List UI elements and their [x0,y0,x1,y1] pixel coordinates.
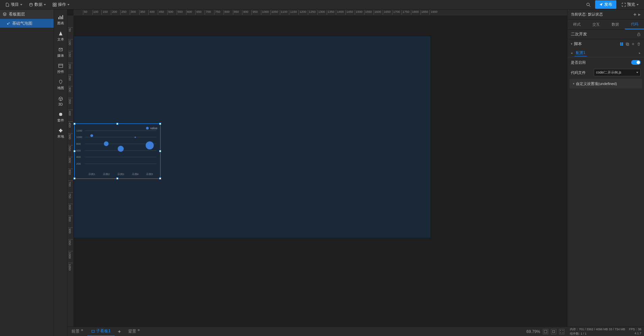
tool-label: 文本 [57,37,64,42]
chart-icon [58,14,64,20]
tool-label: 3D [58,103,63,106]
comp-value: 1 / 1 [581,332,587,335]
tool-local[interactable]: 本地 [55,125,67,141]
file-icon [5,3,9,7]
tool-media[interactable]: 媒体 [55,45,67,60]
preview-button[interactable]: 预览 [619,0,641,9]
chevron-right-icon[interactable]: ▸ [639,51,641,55]
secondary-dev-header: 二次开发 [567,30,644,39]
tool-3d[interactable]: 3D [55,93,67,109]
chevron-down-icon [636,72,638,73]
plus-icon [117,330,121,334]
delete-icon[interactable] [637,42,641,46]
chart-grid: 20040060080010001200示例1示例2示例3示例4示例5 [85,131,157,170]
grid-view-icon[interactable] [620,42,623,46]
tab-label: 前景 [71,329,80,334]
tab-interact[interactable]: 交互 [587,20,606,29]
svg-rect-18 [622,44,623,46]
layer-item-label: 基础气泡图 [12,21,32,26]
layer-panel-title: 看板图层 [9,11,25,17]
tab-data[interactable]: 数据 [606,20,625,29]
chevron-down-icon [20,4,22,5]
select-value: code/二开示例.js [596,70,621,75]
svg-point-0 [30,3,32,4]
search-icon [586,2,591,7]
tab-code[interactable]: 代码 [625,20,644,29]
tab-subboard[interactable]: 子看板1 [87,327,115,336]
svg-rect-14 [638,34,640,36]
add-state-button[interactable] [633,12,637,17]
svg-point-8 [9,23,10,24]
publish-button[interactable]: 发布 [595,0,616,9]
svg-rect-3 [53,5,54,6]
custom-settings-section[interactable]: ▾ 自定义设置项(undefined) [569,79,642,88]
svg-line-6 [589,5,590,7]
svg-rect-9 [59,64,63,67]
add-tab-button[interactable] [115,330,124,334]
enable-toggle[interactable] [631,60,641,65]
prop-label: 代码文件 [571,70,591,75]
layer-panel-header: 看板图层 [0,9,54,19]
svg-rect-12 [544,330,547,333]
canvas[interactable]: value 20040060080010001200示例1示例2示例3示例4示例… [74,16,567,327]
prop-label: 是否启用 [571,60,591,65]
enable-row: 是否启用 [567,57,644,67]
status-footer: 内存：701 / 3362 / 4096 MB 33 / 734 MB FPS：… [567,327,644,336]
cube-icon [58,96,64,102]
state-value: 默认状态 [588,12,603,17]
component-toolbar: 图表 文本 媒体 控件 地图 3D 套件 本地 [54,9,67,336]
fit-icon[interactable] [543,329,548,334]
tool-label: 地图 [57,86,64,90]
fps-label: FPS： [629,328,638,331]
properties-panel: 当前状态: 默认状态 ▶ 样式 交互 数据 代码 二次开发 ▾ 脚本 ◂ [567,9,644,336]
control-icon [58,63,64,69]
tool-chart[interactable]: 图表 [55,12,67,28]
publish-label: 发布 [604,2,612,7]
bubble-chart-icon [7,22,10,25]
chevron-down-icon: ▾ [571,42,573,46]
state-label: 当前状态: [571,12,587,17]
fps-value: 38 [638,328,641,331]
tool-text[interactable]: 文本 [55,28,67,44]
menu-operations[interactable]: 操作 [50,0,72,9]
lock-icon[interactable] [637,32,641,36]
section-title: 二次开发 [571,31,587,37]
topbar: 项目 数据 操作 发布 预览 [0,0,644,9]
copy-icon[interactable] [625,42,629,46]
tab-foreground[interactable]: 前景⊕ [67,327,87,336]
database-icon [29,3,33,7]
map-icon [58,79,64,85]
tab-style[interactable]: 样式 [567,20,587,29]
text-icon [58,30,64,36]
menu-project[interactable]: 项目 [3,0,25,9]
tool-label: 套件 [57,118,64,123]
add-small-icon: ⊕ [81,329,83,332]
menu-data[interactable]: 数据 [26,0,49,9]
bottom-tabs: 前景⊕ 子看板1 背景⊕ 69.79% [67,327,567,336]
tool-map[interactable]: 地图 [55,77,67,92]
layer-item-bubble-chart[interactable]: 基础气泡图 [0,19,54,28]
code-file-select[interactable]: code/二开示例.js [594,69,641,76]
script-tab-config1[interactable]: 配置1 [575,50,587,56]
actual-size-icon[interactable] [551,329,556,334]
tool-control[interactable]: 控件 [55,61,67,76]
fullscreen-icon[interactable] [559,329,564,334]
script-section-header[interactable]: ▾ 脚本 [567,39,644,49]
add-icon[interactable] [631,42,635,46]
extension-icon [58,128,64,134]
grid-icon [53,3,57,7]
bubble-chart-widget[interactable]: value 20040060080010001200示例1示例2示例3示例4示例… [74,123,160,179]
tab-label: 子看板1 [96,328,111,334]
svg-rect-17 [620,44,621,46]
svg-rect-16 [622,43,623,44]
tool-suite[interactable]: 套件 [55,109,67,125]
search-button[interactable] [584,1,592,9]
canvas-area: 5010015020025030035040045050055060065070… [67,9,567,336]
chevron-left-icon[interactable]: ◂ [571,51,573,55]
tab-background[interactable]: 背景⊕ [124,327,144,336]
version: 4.1.7 [635,332,641,336]
svg-rect-2 [55,3,56,4]
chevron-right-icon[interactable]: ▶ [638,13,641,16]
code-file-row: 代码文件 code/二开示例.js [567,67,644,78]
script-tabs: ◂ 配置1 ▸ [567,49,644,57]
